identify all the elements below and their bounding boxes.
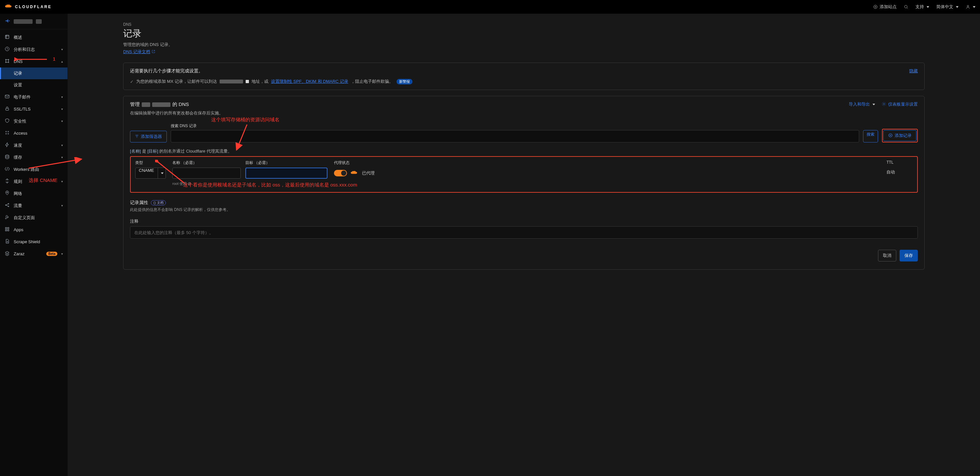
check-icon: ✓ <box>130 79 134 84</box>
proxy-label: 代理状态 <box>334 160 375 166</box>
save-button[interactable]: 保存 <box>899 250 918 262</box>
search-button[interactable]: 搜索 <box>863 130 878 142</box>
sidebar-item-traffic[interactable]: 流量 ▾ <box>0 200 67 212</box>
record-form: 类型 CNAME 名称 （必需） root 使用 @ 目标 （必需） 代理 <box>130 156 918 193</box>
type-select[interactable]: CNAME <box>135 168 168 179</box>
add-site-label: 添加站点 <box>880 4 897 10</box>
sidebar-item-custom-pages[interactable]: 自定义页面 <box>0 212 67 224</box>
svg-rect-20 <box>6 228 7 229</box>
chevron-down-icon: ▾ <box>61 204 63 208</box>
top-bar: CLOUDFLARE 添加站点 支持 简体中文 <box>0 0 980 14</box>
chevron-down-icon <box>956 6 958 8</box>
sidebar-item-access[interactable]: Access <box>0 127 67 139</box>
brand-text: CLOUDFLARE <box>15 5 52 9</box>
svg-point-15 <box>6 155 9 156</box>
proxy-toggle[interactable] <box>334 170 347 176</box>
notice-title: 还需要执行几个步骤才能完成设置。 <box>130 68 203 74</box>
note-label: 注释 <box>130 219 918 224</box>
dns-docs-link[interactable]: DNS 记录文档 <box>123 49 155 55</box>
chevron-down-icon: ▾ <box>61 155 63 159</box>
breadcrumb[interactable] <box>0 14 67 29</box>
search-button[interactable] <box>904 5 908 9</box>
chevron-up-icon: ▴ <box>61 60 63 63</box>
spf-link[interactable]: 设置限制性 SPF、DKIM 和 DMARC 记录 <box>271 78 348 85</box>
redacted <box>152 102 170 107</box>
sidebar-item-caching[interactable]: 缓存 ▾ <box>0 151 67 163</box>
add-filter-button[interactable]: 添加筛选器 <box>130 131 167 142</box>
account-menu[interactable] <box>966 5 975 9</box>
record-attrs: 记录属性 文档 此处提供的信息不会影响 DNS 记录的解析，仅供您参考。 注释 <box>130 200 918 239</box>
new-alert-pill: 新警报 <box>396 79 412 85</box>
svg-point-17 <box>6 205 6 206</box>
sidebar-item-network[interactable]: 网络 <box>0 187 67 200</box>
grid-icon <box>5 130 10 136</box>
chevron-down-icon <box>872 104 875 105</box>
plus-circle-icon <box>888 133 892 139</box>
import-export-link[interactable]: 导入和导出 <box>849 101 875 107</box>
sidebar-item-analytics[interactable]: 分析和日志 ▾ <box>0 43 67 56</box>
svg-point-11 <box>6 131 6 132</box>
dashboard-settings-link[interactable]: 仪表板显示设置 <box>881 101 918 107</box>
sidebar-item-rules[interactable]: 规则 ▾ <box>0 176 67 187</box>
svg-rect-27 <box>154 202 155 204</box>
gear-icon <box>881 102 886 107</box>
sidebar-item-overview[interactable]: 概述 <box>0 31 67 43</box>
manage-subtitle: 在编辑抽屉中进行的所有更改都会在保存后实施。 <box>130 110 223 116</box>
name-label: 名称 （必需） <box>172 160 241 166</box>
redacted-domain <box>220 80 243 83</box>
name-input[interactable] <box>172 168 241 179</box>
chevron-down-icon <box>158 168 166 179</box>
add-site-button[interactable]: 添加站点 <box>873 4 897 10</box>
cancel-button[interactable]: 取消 <box>878 250 896 262</box>
page-title: 记录 <box>123 27 924 40</box>
add-record-highlight: 添加记录 <box>882 129 918 142</box>
svg-rect-9 <box>5 95 9 98</box>
sidebar-item-workers[interactable]: Workers 路由 <box>0 163 67 176</box>
chevron-down-icon: ▾ <box>61 252 63 256</box>
attrs-doc-pill[interactable]: 文档 <box>151 200 166 205</box>
svg-rect-21 <box>8 228 9 229</box>
chevron-down-icon: ▾ <box>61 95 63 99</box>
sidebar-item-dns-settings[interactable]: 设置 <box>0 79 67 91</box>
support-label: 支持 <box>915 4 924 10</box>
mail-icon <box>5 94 10 100</box>
plus-circle-icon <box>873 5 878 9</box>
sidebar-item-speed[interactable]: 速度 ▾ <box>0 139 67 151</box>
chevron-down-icon: ▾ <box>61 48 63 51</box>
cloud-icon <box>5 4 13 10</box>
sidebar-item-scrape-shield[interactable]: Scrape Shield <box>0 236 67 248</box>
svg-point-7 <box>6 62 6 63</box>
workers-icon <box>5 166 10 173</box>
chevron-down-icon <box>973 6 975 8</box>
search-toolbar: 添加筛选器 搜索 DNS 记录 搜索 <box>130 123 918 142</box>
sidebar-item-dns-records[interactable]: 记录 <box>0 67 67 79</box>
form-footer: 取消 保存 <box>130 250 918 262</box>
domain-redacted-tld <box>36 19 42 24</box>
sidebar-item-dns[interactable]: DNS ▴ <box>0 56 67 67</box>
sidebar-item-security[interactable]: 安全性 ▾ <box>0 115 67 127</box>
beta-badge: Beta <box>46 252 57 256</box>
language-menu[interactable]: 简体中文 <box>936 4 958 10</box>
chevron-down-icon: ▾ <box>61 119 63 123</box>
sidebar-item-zaraz[interactable]: Zaraz Beta ▾ <box>0 248 67 260</box>
chevron-down-icon <box>927 6 929 8</box>
sidebar-item-apps[interactable]: Apps <box>0 224 67 236</box>
svg-point-2 <box>967 5 969 7</box>
sidebar-item-ssl[interactable]: SSL/TLS ▾ <box>0 103 67 115</box>
support-menu[interactable]: 支持 <box>915 4 929 10</box>
svg-point-24 <box>883 103 885 105</box>
add-record-button[interactable]: 添加记录 <box>883 130 916 141</box>
notice-text-3: ，阻止电子邮件欺骗。 <box>351 78 393 85</box>
target-label: 目标 （必需） <box>245 160 328 166</box>
search-input[interactable] <box>171 130 859 142</box>
sidebar-item-email[interactable]: 电子邮件 ▾ <box>0 91 67 103</box>
file-icon <box>5 239 10 245</box>
note-input[interactable] <box>130 226 918 239</box>
apps-icon <box>5 227 10 233</box>
brand-logo[interactable]: CLOUDFLARE <box>5 4 52 10</box>
target-input[interactable] <box>245 168 328 179</box>
hide-notice-link[interactable]: 隐藏 <box>909 68 918 74</box>
ttl-value: 自动 <box>886 167 913 178</box>
redacted <box>142 102 150 107</box>
sidebar: 概述 分析和日志 ▾ DNS ▴ 记录 设置 <box>0 14 68 476</box>
